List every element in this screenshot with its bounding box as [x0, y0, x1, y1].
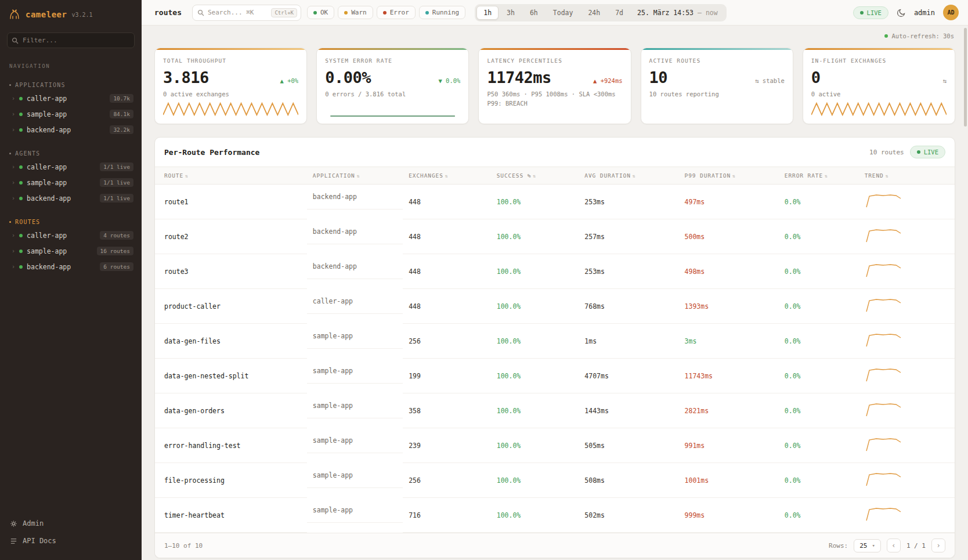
card-accent-bar — [155, 48, 306, 50]
sidebar-item[interactable]: › caller-app 1/1 live — [0, 159, 142, 175]
time-range-button[interactable]: 24h — [581, 6, 607, 20]
next-page-button[interactable]: › — [931, 539, 945, 552]
date-range[interactable]: 25. März 14:53 — now — [630, 6, 725, 19]
dark-mode-toggle[interactable] — [897, 8, 906, 17]
moon-icon — [897, 8, 906, 17]
status-filter-chip[interactable]: Running — [419, 6, 465, 19]
column-header[interactable]: P99 DURATION⇅ — [679, 167, 779, 185]
table-row[interactable]: route3backend-app448100.0%253ms498ms0.0% — [155, 254, 955, 289]
live-toggle[interactable]: LIVE — [853, 6, 888, 19]
nav-item-label: backend-app — [27, 194, 71, 203]
sidebar-filter — [7, 32, 135, 48]
time-range-button[interactable]: 6h — [523, 6, 545, 20]
time-range-button[interactable]: 1h — [476, 6, 499, 20]
cell-avg: 257ms — [579, 219, 678, 254]
cell-success: 100.0% — [491, 219, 579, 254]
breadcrumb: routes — [154, 8, 182, 17]
time-range-button[interactable]: 7d — [608, 6, 630, 20]
nav-item-badge: 1/1 live — [100, 162, 133, 171]
prev-page-button[interactable]: ‹ — [887, 539, 901, 552]
section-header[interactable]: ROUTES — [0, 216, 142, 227]
cell-trend-sparkline — [859, 359, 955, 393]
cell-app: sample-app — [307, 359, 403, 384]
avatar[interactable]: AD — [943, 5, 959, 20]
table-row[interactable]: error-handling-testsample-app239100.0%50… — [155, 428, 955, 463]
time-range-button[interactable]: 3h — [500, 6, 522, 20]
sidebar-section: AGENTS › caller-app 1/1 live › sample-ap… — [0, 148, 142, 206]
column-header[interactable]: APPLICATION⇅ — [307, 167, 403, 185]
scrollbar[interactable] — [964, 28, 967, 127]
chip-label: Warn — [351, 9, 367, 16]
chevron-right-icon: › — [12, 164, 15, 170]
table-row[interactable]: product-callercaller-app448100.0%768ms13… — [155, 289, 955, 324]
nav-label: NAVIGATION — [9, 63, 132, 69]
table-row[interactable]: route2backend-app448100.0%257ms500ms0.0% — [155, 219, 955, 254]
status-dot-icon — [19, 197, 23, 200]
table-body: route1backend-app448100.0%253ms497ms0.0%… — [155, 185, 955, 533]
filter-input[interactable] — [7, 32, 135, 48]
topbar-right: LIVE admin AD — [853, 5, 959, 20]
rows-value: 25 — [859, 542, 867, 550]
section-header[interactable]: APPLICATIONS — [0, 80, 142, 91]
sidebar-footer-link[interactable]: Admin — [0, 515, 142, 532]
sidebar-item[interactable]: › caller-app 10.7k — [0, 91, 142, 106]
column-header[interactable]: ERROR RATE⇅ — [779, 167, 859, 185]
sidebar-item[interactable]: › caller-app 4 routes — [0, 227, 142, 243]
status-filter-chip[interactable]: OK — [307, 6, 334, 19]
sidebar-item[interactable]: › backend-app 1/1 live — [0, 190, 142, 206]
column-header[interactable]: SUCCESS %⇅ — [491, 167, 579, 185]
time-range-button[interactable]: Today — [546, 6, 580, 20]
sort-icon: ⇅ — [732, 174, 736, 179]
routes-table: ROUTE⇅APPLICATION⇅EXCHANGES⇅SUCCESS %⇅AV… — [155, 167, 955, 533]
cell-success: 100.0% — [491, 254, 579, 289]
refresh-dot-icon — [884, 34, 888, 38]
table-row[interactable]: data-gen-nested-splitsample-app199100.0%… — [155, 359, 955, 393]
table-row[interactable]: route1backend-app448100.0%253ms497ms0.0% — [155, 185, 955, 219]
logo[interactable]: cameleer v3.2.1 — [0, 0, 142, 28]
chevron-down-icon: ▾ — [872, 543, 875, 548]
cell-success: 100.0% — [491, 359, 579, 393]
cell-ex: 358 — [403, 393, 491, 428]
stat-subtext: 0 active exchanges — [163, 91, 298, 97]
sort-icon: ⇅ — [533, 174, 536, 179]
status-filter-chip[interactable]: Error — [377, 6, 416, 19]
section-header[interactable]: AGENTS — [0, 148, 142, 159]
cell-avg: 505ms — [579, 428, 678, 463]
sidebar-item[interactable]: › backend-app 32.2k — [0, 122, 142, 138]
cell-success: 100.0% — [491, 185, 579, 219]
sidebar-item[interactable]: › sample-app 16 routes — [0, 243, 142, 259]
search-input[interactable] — [208, 9, 268, 16]
nav-item-badge: 6 routes — [100, 262, 133, 271]
table-row[interactable]: timer-heartbeatsample-app716100.0%502ms9… — [155, 498, 955, 533]
range-buttons: 1h3h6hToday24h7d — [476, 6, 630, 20]
column-header[interactable]: ROUTE⇅ — [155, 167, 307, 185]
cell-app: backend-app — [307, 219, 403, 244]
section-items: › caller-app 1/1 live › sample-app 1/1 l… — [0, 159, 142, 206]
sidebar-item[interactable]: › sample-app 84.1k — [0, 106, 142, 122]
cell-success: 100.0% — [491, 324, 579, 359]
stat-subtext-2: P99: BREACH — [487, 100, 622, 107]
cell-trend-sparkline — [859, 185, 955, 219]
section-dot-icon — [9, 221, 11, 223]
table-row[interactable]: file-processingsample-app256100.0%508ms1… — [155, 463, 955, 498]
rows-per-page-select[interactable]: 25 ▾ — [854, 539, 881, 552]
cell-ex: 256 — [403, 324, 491, 359]
table-row[interactable]: data-gen-filessample-app256100.0%1ms3ms0… — [155, 324, 955, 359]
column-header[interactable]: EXCHANGES⇅ — [403, 167, 491, 185]
footer-link-label: Admin — [23, 519, 44, 528]
cell-app: sample-app — [307, 498, 403, 523]
column-header[interactable]: TREND⇅ — [859, 167, 955, 185]
cell-ex: 448 — [403, 219, 491, 254]
table-row[interactable]: data-gen-orderssample-app358100.0%1443ms… — [155, 393, 955, 428]
cell-avg: 253ms — [579, 254, 678, 289]
cell-err: 0.0% — [779, 498, 859, 533]
sidebar-item[interactable]: › backend-app 6 routes — [0, 259, 142, 274]
sidebar-footer-link[interactable]: API Docs — [0, 532, 142, 550]
sidebar-item[interactable]: › sample-app 1/1 live — [0, 175, 142, 190]
sidebar-sections: APPLICATIONS › caller-app 10.7k › sample… — [0, 69, 142, 274]
topbar: routes Ctrl+K OK Warn Error Running 1h3h… — [142, 0, 968, 26]
chevron-right-icon: › — [12, 263, 15, 270]
status-filter-chip[interactable]: Warn — [338, 6, 373, 19]
table-live-badge: LIVE — [910, 146, 945, 158]
column-header[interactable]: AVG DURATION⇅ — [579, 167, 678, 185]
